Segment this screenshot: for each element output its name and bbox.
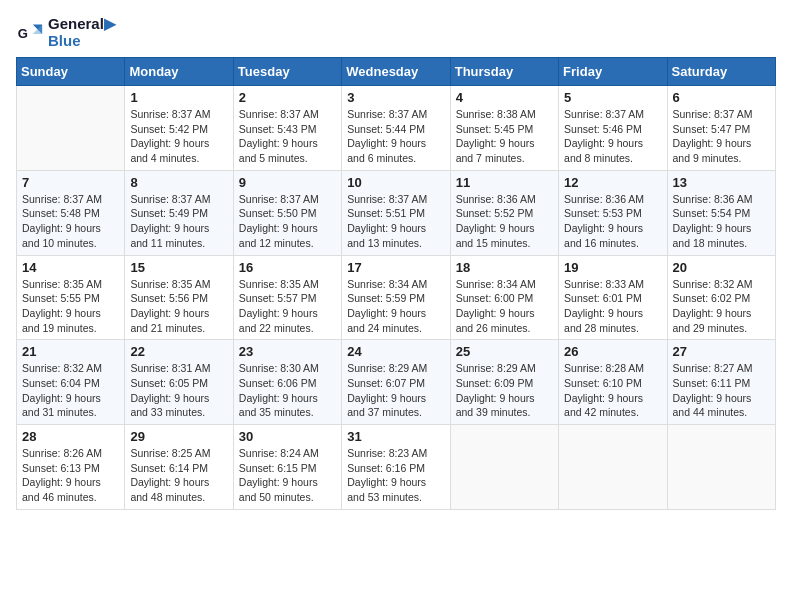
header: G General▶ Blue <box>16 16 776 49</box>
calendar-cell: 11Sunrise: 8:36 AM Sunset: 5:52 PM Dayli… <box>450 170 558 255</box>
calendar-cell <box>450 425 558 510</box>
day-number: 26 <box>564 344 661 359</box>
weekday-header-row: SundayMondayTuesdayWednesdayThursdayFrid… <box>17 58 776 86</box>
weekday-header-wednesday: Wednesday <box>342 58 450 86</box>
calendar-cell: 9Sunrise: 8:37 AM Sunset: 5:50 PM Daylig… <box>233 170 341 255</box>
logo-icon: G <box>16 19 44 47</box>
day-number: 27 <box>673 344 770 359</box>
day-number: 9 <box>239 175 336 190</box>
calendar-cell: 17Sunrise: 8:34 AM Sunset: 5:59 PM Dayli… <box>342 255 450 340</box>
day-info: Sunrise: 8:37 AM Sunset: 5:47 PM Dayligh… <box>673 107 770 166</box>
day-info: Sunrise: 8:37 AM Sunset: 5:43 PM Dayligh… <box>239 107 336 166</box>
calendar-cell: 30Sunrise: 8:24 AM Sunset: 6:15 PM Dayli… <box>233 425 341 510</box>
day-info: Sunrise: 8:32 AM Sunset: 6:04 PM Dayligh… <box>22 361 119 420</box>
calendar-cell: 23Sunrise: 8:30 AM Sunset: 6:06 PM Dayli… <box>233 340 341 425</box>
day-info: Sunrise: 8:38 AM Sunset: 5:45 PM Dayligh… <box>456 107 553 166</box>
day-info: Sunrise: 8:31 AM Sunset: 6:05 PM Dayligh… <box>130 361 227 420</box>
calendar-cell: 2Sunrise: 8:37 AM Sunset: 5:43 PM Daylig… <box>233 86 341 171</box>
day-number: 22 <box>130 344 227 359</box>
calendar-cell: 6Sunrise: 8:37 AM Sunset: 5:47 PM Daylig… <box>667 86 775 171</box>
calendar-cell: 28Sunrise: 8:26 AM Sunset: 6:13 PM Dayli… <box>17 425 125 510</box>
calendar-cell: 29Sunrise: 8:25 AM Sunset: 6:14 PM Dayli… <box>125 425 233 510</box>
day-info: Sunrise: 8:30 AM Sunset: 6:06 PM Dayligh… <box>239 361 336 420</box>
day-info: Sunrise: 8:23 AM Sunset: 6:16 PM Dayligh… <box>347 446 444 505</box>
day-info: Sunrise: 8:37 AM Sunset: 5:46 PM Dayligh… <box>564 107 661 166</box>
calendar-cell: 14Sunrise: 8:35 AM Sunset: 5:55 PM Dayli… <box>17 255 125 340</box>
day-number: 15 <box>130 260 227 275</box>
calendar-cell: 25Sunrise: 8:29 AM Sunset: 6:09 PM Dayli… <box>450 340 558 425</box>
calendar-cell: 1Sunrise: 8:37 AM Sunset: 5:42 PM Daylig… <box>125 86 233 171</box>
day-number: 6 <box>673 90 770 105</box>
calendar-cell <box>667 425 775 510</box>
weekday-header-thursday: Thursday <box>450 58 558 86</box>
weekday-header-sunday: Sunday <box>17 58 125 86</box>
calendar-cell: 22Sunrise: 8:31 AM Sunset: 6:05 PM Dayli… <box>125 340 233 425</box>
day-info: Sunrise: 8:35 AM Sunset: 5:55 PM Dayligh… <box>22 277 119 336</box>
day-number: 10 <box>347 175 444 190</box>
day-number: 20 <box>673 260 770 275</box>
day-number: 30 <box>239 429 336 444</box>
calendar-week-row: 28Sunrise: 8:26 AM Sunset: 6:13 PM Dayli… <box>17 425 776 510</box>
calendar-cell: 12Sunrise: 8:36 AM Sunset: 5:53 PM Dayli… <box>559 170 667 255</box>
day-number: 29 <box>130 429 227 444</box>
logo-text: General▶ Blue <box>48 16 116 49</box>
day-number: 1 <box>130 90 227 105</box>
day-info: Sunrise: 8:36 AM Sunset: 5:52 PM Dayligh… <box>456 192 553 251</box>
calendar-cell: 4Sunrise: 8:38 AM Sunset: 5:45 PM Daylig… <box>450 86 558 171</box>
svg-text:G: G <box>18 25 28 40</box>
day-number: 11 <box>456 175 553 190</box>
weekday-header-friday: Friday <box>559 58 667 86</box>
day-info: Sunrise: 8:24 AM Sunset: 6:15 PM Dayligh… <box>239 446 336 505</box>
day-info: Sunrise: 8:37 AM Sunset: 5:48 PM Dayligh… <box>22 192 119 251</box>
day-info: Sunrise: 8:26 AM Sunset: 6:13 PM Dayligh… <box>22 446 119 505</box>
calendar-cell: 7Sunrise: 8:37 AM Sunset: 5:48 PM Daylig… <box>17 170 125 255</box>
calendar-cell: 21Sunrise: 8:32 AM Sunset: 6:04 PM Dayli… <box>17 340 125 425</box>
calendar-cell: 5Sunrise: 8:37 AM Sunset: 5:46 PM Daylig… <box>559 86 667 171</box>
calendar-cell: 19Sunrise: 8:33 AM Sunset: 6:01 PM Dayli… <box>559 255 667 340</box>
calendar-table: SundayMondayTuesdayWednesdayThursdayFrid… <box>16 57 776 510</box>
calendar-cell: 20Sunrise: 8:32 AM Sunset: 6:02 PM Dayli… <box>667 255 775 340</box>
day-number: 19 <box>564 260 661 275</box>
day-number: 24 <box>347 344 444 359</box>
calendar-cell: 27Sunrise: 8:27 AM Sunset: 6:11 PM Dayli… <box>667 340 775 425</box>
calendar-cell <box>559 425 667 510</box>
day-info: Sunrise: 8:29 AM Sunset: 6:09 PM Dayligh… <box>456 361 553 420</box>
day-info: Sunrise: 8:25 AM Sunset: 6:14 PM Dayligh… <box>130 446 227 505</box>
day-info: Sunrise: 8:35 AM Sunset: 5:56 PM Dayligh… <box>130 277 227 336</box>
day-number: 3 <box>347 90 444 105</box>
calendar-cell: 8Sunrise: 8:37 AM Sunset: 5:49 PM Daylig… <box>125 170 233 255</box>
calendar-week-row: 7Sunrise: 8:37 AM Sunset: 5:48 PM Daylig… <box>17 170 776 255</box>
day-info: Sunrise: 8:37 AM Sunset: 5:44 PM Dayligh… <box>347 107 444 166</box>
day-number: 28 <box>22 429 119 444</box>
calendar-cell: 3Sunrise: 8:37 AM Sunset: 5:44 PM Daylig… <box>342 86 450 171</box>
calendar-cell: 31Sunrise: 8:23 AM Sunset: 6:16 PM Dayli… <box>342 425 450 510</box>
calendar-cell: 10Sunrise: 8:37 AM Sunset: 5:51 PM Dayli… <box>342 170 450 255</box>
day-info: Sunrise: 8:36 AM Sunset: 5:53 PM Dayligh… <box>564 192 661 251</box>
calendar-cell: 18Sunrise: 8:34 AM Sunset: 6:00 PM Dayli… <box>450 255 558 340</box>
day-info: Sunrise: 8:37 AM Sunset: 5:49 PM Dayligh… <box>130 192 227 251</box>
calendar-cell: 26Sunrise: 8:28 AM Sunset: 6:10 PM Dayli… <box>559 340 667 425</box>
weekday-header-monday: Monday <box>125 58 233 86</box>
day-number: 13 <box>673 175 770 190</box>
day-number: 4 <box>456 90 553 105</box>
day-info: Sunrise: 8:34 AM Sunset: 6:00 PM Dayligh… <box>456 277 553 336</box>
day-info: Sunrise: 8:35 AM Sunset: 5:57 PM Dayligh… <box>239 277 336 336</box>
day-info: Sunrise: 8:37 AM Sunset: 5:42 PM Dayligh… <box>130 107 227 166</box>
day-info: Sunrise: 8:37 AM Sunset: 5:51 PM Dayligh… <box>347 192 444 251</box>
calendar-cell: 16Sunrise: 8:35 AM Sunset: 5:57 PM Dayli… <box>233 255 341 340</box>
day-number: 12 <box>564 175 661 190</box>
calendar-week-row: 14Sunrise: 8:35 AM Sunset: 5:55 PM Dayli… <box>17 255 776 340</box>
calendar-week-row: 1Sunrise: 8:37 AM Sunset: 5:42 PM Daylig… <box>17 86 776 171</box>
day-number: 7 <box>22 175 119 190</box>
calendar-cell: 24Sunrise: 8:29 AM Sunset: 6:07 PM Dayli… <box>342 340 450 425</box>
weekday-header-saturday: Saturday <box>667 58 775 86</box>
calendar-body: 1Sunrise: 8:37 AM Sunset: 5:42 PM Daylig… <box>17 86 776 510</box>
day-info: Sunrise: 8:27 AM Sunset: 6:11 PM Dayligh… <box>673 361 770 420</box>
day-number: 25 <box>456 344 553 359</box>
day-info: Sunrise: 8:29 AM Sunset: 6:07 PM Dayligh… <box>347 361 444 420</box>
day-number: 23 <box>239 344 336 359</box>
day-number: 16 <box>239 260 336 275</box>
day-number: 8 <box>130 175 227 190</box>
calendar-cell: 15Sunrise: 8:35 AM Sunset: 5:56 PM Dayli… <box>125 255 233 340</box>
day-number: 2 <box>239 90 336 105</box>
